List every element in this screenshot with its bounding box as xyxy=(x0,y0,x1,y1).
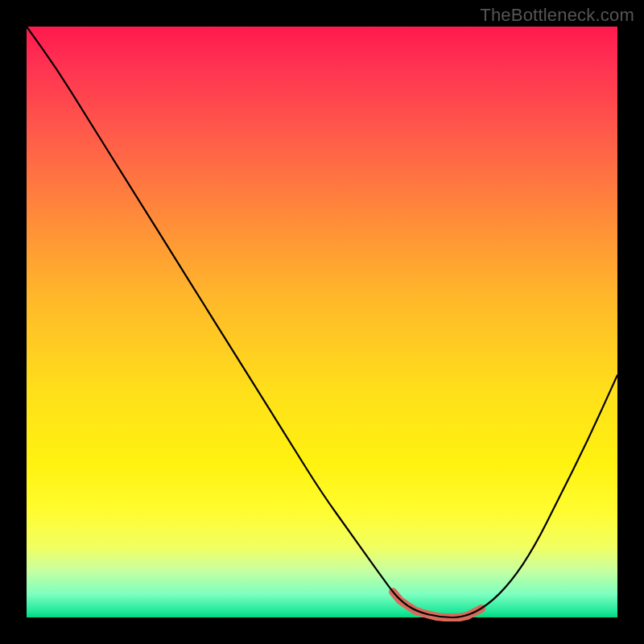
plot-area xyxy=(27,27,617,617)
plot-svg xyxy=(27,27,617,617)
bottleneck-curve-line xyxy=(27,27,617,617)
watermark-text: TheBottleneck.com xyxy=(480,5,634,26)
